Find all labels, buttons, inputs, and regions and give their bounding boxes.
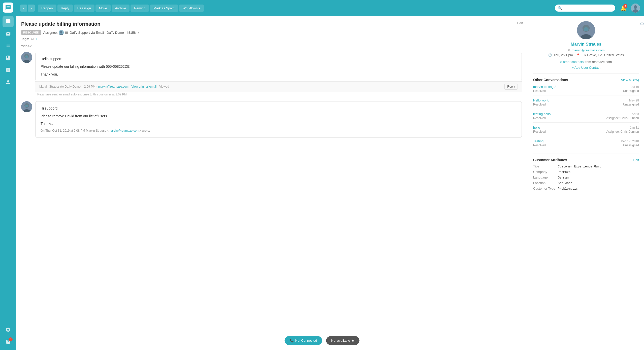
- sender-email-link[interactable]: marvin@reamaze.com: [98, 85, 128, 88]
- message-reply-button[interactable]: Reply: [504, 84, 518, 90]
- message-block: Hello support! Please update our billing…: [21, 52, 522, 96]
- tags-row: Tags: 🏷 +: [21, 37, 523, 41]
- sidebar-item-inbox[interactable]: [3, 28, 14, 39]
- contact-settings-gear[interactable]: ⚙: [640, 21, 644, 27]
- conv-item-title[interactable]: Hello world: [533, 98, 549, 102]
- sidebar-item-help[interactable]: 4: [3, 336, 14, 347]
- conv-item-row2: Resolved Unassigned: [533, 89, 639, 93]
- attr-row-customer-type: Customer Type Problematic: [533, 187, 639, 191]
- sidebar-item-reports[interactable]: [3, 40, 14, 51]
- conv-item-date: Dec 17, 2018: [621, 139, 639, 143]
- conv-item-status: Resolved: [533, 116, 546, 120]
- conv-item-title[interactable]: marvin testing 2: [533, 85, 556, 89]
- conv-item-assignee: Assignee: Chris Dunnan: [606, 116, 639, 120]
- notifications-button[interactable]: 🔔 3: [619, 4, 627, 12]
- date-divider: TODAY: [21, 45, 522, 48]
- conversation-meta: RESOLVED Assignee: Daffy Support via Ema…: [21, 30, 523, 35]
- reopen-button[interactable]: Reopen: [38, 5, 56, 12]
- user-avatar[interactable]: [631, 4, 640, 13]
- sidebar-logo[interactable]: [3, 3, 13, 13]
- contact-email[interactable]: marvin@reamaze.com: [572, 48, 605, 52]
- autoresponse-note: Re:amaze sent an email autoresponse to t…: [35, 92, 522, 96]
- remind-button[interactable]: Remind: [131, 5, 149, 12]
- mark-spam-button[interactable]: Mark as Spam: [150, 5, 178, 12]
- conv-item-date: Apr 3: [632, 112, 639, 116]
- not-connected-label: Not Connected: [295, 339, 317, 342]
- other-conversations-header: Other Conversations View all (25): [533, 78, 639, 82]
- messages-container: TODAY: [21, 45, 523, 345]
- sidebar-item-contacts[interactable]: [3, 77, 14, 88]
- attr-label-company: Company: [533, 170, 556, 174]
- not-connected-button[interactable]: 📞 Not Connected: [285, 336, 322, 345]
- list-item: hello Jan 31 Resolved Assignee: Chris Du…: [533, 126, 639, 136]
- search-input[interactable]: [564, 6, 612, 10]
- location-icon: 📍: [576, 53, 580, 57]
- list-item: Testing Dec 17, 2018 Resolved Unassigned: [533, 139, 639, 150]
- edit-link[interactable]: Edit: [517, 21, 523, 25]
- conv-item-title[interactable]: hello: [533, 126, 540, 129]
- svg-point-1: [634, 5, 637, 9]
- list-item: Hello world May 28 Resolved Unassigned: [533, 98, 639, 109]
- add-tag-icon[interactable]: +: [35, 37, 37, 41]
- list-item: marvin testing 2 Jul 19 Resolved Unassig…: [533, 85, 639, 95]
- sidebar-item-settings[interactable]: [3, 324, 14, 335]
- conv-item-assignee: Unassigned: [623, 103, 639, 106]
- attributes-edit-link[interactable]: Edit: [633, 158, 639, 162]
- message-footer-left: Marvin Strauss (to Daffy Demo) · 2:09 PM…: [39, 85, 169, 88]
- not-available-label: Not available: [331, 339, 350, 342]
- attr-row-location: Location San Jose: [533, 181, 639, 185]
- attr-row-title: Title Customer Experience Guru: [533, 164, 639, 168]
- search-box[interactable]: 🔍: [555, 5, 615, 12]
- message-footer: Marvin Strauss (to Daffy Demo) · 2:09 PM…: [35, 81, 522, 92]
- contact-header: ⚙ Marvin Strauss ✉ marvin@reamaze.com 🕐 …: [533, 21, 639, 69]
- conv-item-status: Resolved: [533, 130, 546, 133]
- sidebar-item-compass[interactable]: [3, 64, 14, 76]
- assignee-details: Daffy Support via Email · Daffy Demo · #…: [70, 31, 136, 34]
- attr-value-location: San Jose: [558, 182, 572, 185]
- toolbar-navigation: ‹ ›: [20, 5, 35, 12]
- not-available-button[interactable]: Not available ◉: [326, 336, 359, 345]
- assignee-dropdown[interactable]: ▾: [138, 31, 139, 34]
- prev-button[interactable]: ‹: [20, 5, 27, 12]
- reply-button[interactable]: Reply: [57, 5, 73, 12]
- svg-point-20: [584, 27, 589, 31]
- tag-icon[interactable]: 🏷: [30, 37, 34, 41]
- add-user-contact-button[interactable]: + Add User Contact: [572, 66, 600, 69]
- viewed-label: · Viewed: [157, 85, 169, 88]
- reassign-button[interactable]: Reassign: [74, 5, 94, 12]
- clock-icon: 🕐: [548, 53, 552, 57]
- other-conversations-list: marvin testing 2 Jul 19 Resolved Unassig…: [533, 85, 639, 150]
- attributes-title: Customer Attributes: [533, 158, 567, 162]
- conv-item-row2: Resolved Assignee: Chris Dunnan: [533, 130, 639, 133]
- conv-item-title[interactable]: Testing: [533, 139, 543, 143]
- contact-avatar: [577, 21, 595, 39]
- msg2-line-4: On Thu, Oct 31, 2019 at 2:08 PM Marvin S…: [41, 128, 517, 133]
- view-all-link[interactable]: View all (25): [621, 78, 639, 82]
- svg-point-15: [25, 105, 28, 107]
- conv-item-row1: testing hello Apr 3: [533, 112, 639, 116]
- next-button[interactable]: ›: [28, 5, 35, 12]
- contact-avatar-wrap: [577, 21, 595, 39]
- conv-item-row1: Hello world May 28: [533, 98, 639, 102]
- workflows-button[interactable]: Workflows ▾: [179, 5, 204, 12]
- status-badge: RESOLVED: [21, 30, 41, 35]
- msg-line-2: Please update our billing information wi…: [41, 64, 517, 69]
- footer-email[interactable]: marvin@reamaze.com: [109, 129, 139, 132]
- toolbar: ‹ › Reopen Reply Reassign Move Archive R…: [16, 0, 644, 16]
- view-original-link[interactable]: View original email: [131, 85, 156, 88]
- conv-item-title[interactable]: testing hello: [533, 112, 551, 116]
- sidebar-item-chat[interactable]: [3, 16, 14, 27]
- move-button[interactable]: Move: [95, 5, 111, 12]
- attr-label-location: Location: [533, 181, 556, 185]
- section-divider-2: [533, 154, 639, 154]
- attr-row-language: Language German: [533, 176, 639, 180]
- message-avatar-2: [21, 101, 32, 112]
- section-divider-1: [533, 74, 639, 74]
- message-block-2: Hi support! Please remove David from our…: [21, 101, 522, 137]
- attr-row-company: Company Reamaze: [533, 170, 639, 174]
- archive-button[interactable]: Archive: [112, 5, 130, 12]
- sidebar-item-knowledge[interactable]: [3, 52, 14, 63]
- msg-line-1: Hello support!: [41, 56, 517, 62]
- phone-icon: 📞: [290, 339, 294, 342]
- other-contacts-link[interactable]: 8 other contacts: [560, 60, 584, 64]
